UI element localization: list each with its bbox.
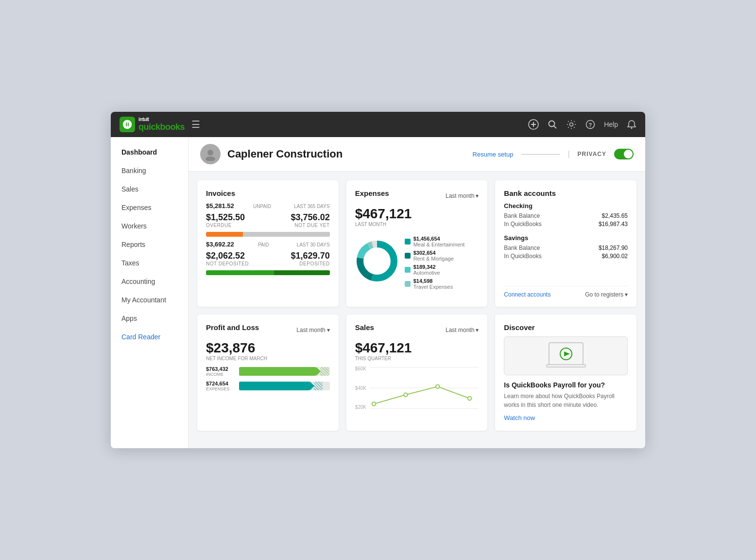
svg-point-21	[404, 393, 408, 397]
settings-icon[interactable]	[566, 119, 577, 130]
expenses-filter[interactable]: Last month ▾	[446, 192, 479, 199]
sidebar-item-my-accountant[interactable]: My Accountant	[111, 291, 188, 309]
expenses-label-col: $724,654 EXPENSES	[206, 381, 235, 391]
expenses-amount: $467,121	[355, 206, 479, 222]
registers-link[interactable]: Go to registers ▾	[585, 291, 628, 298]
invoices-days-label: LAST 365 DAYS	[294, 204, 330, 209]
profit-loss-filter[interactable]: Last month ▾	[296, 327, 329, 333]
sidebar-item-card-reader[interactable]: Card Reader	[111, 328, 188, 346]
svg-rect-25	[547, 365, 585, 367]
expenses-bar-fill	[239, 382, 310, 390]
svg-point-3	[549, 121, 555, 127]
quickbooks-logo: intuit quickbooks	[120, 117, 185, 132]
profit-amount: $23,876	[206, 340, 330, 356]
income-bar-chart	[239, 367, 330, 376]
expenses-bar-amount: $724,654	[206, 381, 235, 386]
add-icon[interactable]	[528, 119, 539, 130]
sidebar-item-workers[interactable]: Workers	[111, 217, 188, 235]
sales-card: Sales Last month ▾ $467,121 THIS QUARTER…	[346, 315, 488, 431]
sidebar-item-apps[interactable]: Apps	[111, 309, 188, 328]
resume-setup-link[interactable]: Resume setup	[473, 151, 514, 158]
registers-label: Go to registers	[585, 291, 623, 298]
sidebar-item-sales[interactable]: Sales	[111, 180, 188, 198]
svg-point-10	[206, 157, 215, 161]
profit-sublabel: NET INCOME FOR MARCH	[206, 356, 330, 361]
sidebar-item-dashboard[interactable]: Dashboard	[111, 143, 188, 161]
topnav-right: ? Help	[528, 119, 636, 130]
header-divider: |	[567, 150, 569, 158]
help-circle-icon[interactable]: ?	[585, 120, 595, 129]
legend-amount-1: $302,654	[413, 250, 436, 256]
sales-filter[interactable]: Last month ▾	[446, 327, 479, 333]
profit-loss-title: Profit and Loss	[206, 323, 259, 332]
notification-icon[interactable]	[627, 120, 636, 129]
expenses-card: Expenses Last month ▾ $467,121 LAST MONT…	[346, 180, 488, 307]
qb-brand-name: quickbooks	[138, 122, 185, 132]
legend-text-2: $189,342 Automotive	[413, 264, 440, 276]
income-label: INCOME	[206, 372, 235, 377]
hamburger-menu-icon[interactable]: ☰	[191, 119, 200, 130]
company-avatar	[200, 144, 221, 164]
expenses-bar-hatch	[314, 382, 323, 390]
not-deposited-bar	[206, 270, 274, 275]
checking-title: Checking	[504, 202, 628, 210]
savings-bank-balance-label: Bank Balance	[504, 245, 540, 251]
invoices-not-due-amount: $3,756.02	[291, 212, 330, 223]
expenses-title: Expenses	[355, 189, 389, 197]
sidebar-item-banking[interactable]: Banking	[111, 161, 188, 180]
savings-qb-value: $6,900.02	[602, 253, 628, 260]
main-layout: Dashboard Banking Sales Expenses Workers…	[111, 137, 645, 448]
legend-label-3: Travel Expenses	[413, 284, 453, 290]
sidebar: Dashboard Banking Sales Expenses Workers…	[111, 137, 189, 448]
invoices-not-deposited-amount: $2,062.52	[206, 251, 249, 261]
sales-y-40k: $40K	[355, 385, 366, 391]
invoices-deposited-label: DEPOSITED	[291, 261, 330, 266]
search-icon[interactable]	[548, 120, 557, 129]
sales-title: Sales	[355, 323, 374, 332]
expenses-bar-row: $724,654 EXPENSES	[206, 381, 330, 391]
expenses-card-header: Expenses Last month ▾	[355, 189, 479, 202]
legend-amount-2: $189,342	[413, 264, 436, 270]
discover-video-placeholder[interactable]	[504, 336, 628, 375]
legend-text-3: $14,598 Travel Expenses	[413, 278, 453, 290]
sidebar-item-taxes[interactable]: Taxes	[111, 254, 188, 272]
registers-chevron-icon: ▾	[625, 291, 628, 298]
legend-amount-0: $1,456,654	[413, 236, 440, 242]
checking-qb-row: In QuickBooks $16,987.43	[504, 221, 628, 228]
watch-now-link[interactable]: Watch now	[504, 414, 535, 421]
sidebar-item-expenses[interactable]: Expenses	[111, 198, 188, 217]
legend-label-0: Meal & Entertainment	[413, 242, 465, 247]
connect-accounts-link[interactable]: Connect accounts	[504, 291, 550, 298]
legend-text-1: $302,654 Rent & Mortgage	[413, 250, 454, 262]
profit-loss-card: Profit and Loss Last month ▾ $23,876 NET…	[197, 315, 339, 431]
checking-bank-balance-label: Bank Balance	[504, 212, 540, 219]
invoices-unpaid-amount: $5,281.52	[206, 202, 234, 210]
sales-chart-container: $60K $40K $20K	[355, 366, 479, 410]
sidebar-item-reports[interactable]: Reports	[111, 235, 188, 254]
profit-loss-filter-label: Last month	[296, 327, 325, 333]
sales-card-header: Sales Last month ▾	[355, 323, 479, 336]
checking-qb-value: $16,987.43	[599, 221, 628, 228]
svg-point-9	[207, 150, 213, 156]
laptop-icon	[544, 340, 588, 372]
invoices-overdue-label: OVERDUE	[206, 223, 245, 228]
svg-point-16	[364, 248, 390, 274]
expenses-bar-label: EXPENSES	[206, 386, 235, 391]
sidebar-item-accounting[interactable]: Accounting	[111, 272, 188, 291]
invoices-deposited-amount: $1,629.70	[291, 251, 330, 261]
help-label[interactable]: Help	[604, 121, 618, 128]
sales-filter-label: Last month	[446, 327, 474, 333]
legend-item-2: $189,342 Automotive	[405, 264, 465, 276]
chevron-down-icon: ▾	[476, 192, 479, 199]
privacy-toggle[interactable]	[614, 149, 634, 159]
legend-item-0: $1,456,654 Meal & Entertainment	[405, 236, 465, 247]
overdue-bar	[206, 232, 243, 237]
discover-card: Discover Is QuickBooks Payroll for you? …	[495, 315, 636, 431]
checking-section: Checking Bank Balance $2,435.65 In Quick…	[504, 202, 628, 228]
svg-point-5	[570, 123, 573, 126]
checking-qb-label: In QuickBooks	[504, 221, 541, 228]
invoices-title: Invoices	[206, 189, 330, 197]
invoices-overdue-amount: $1,525.50	[206, 212, 245, 223]
income-bar-track	[239, 367, 330, 376]
bank-accounts-title: Bank accounts	[504, 189, 628, 197]
